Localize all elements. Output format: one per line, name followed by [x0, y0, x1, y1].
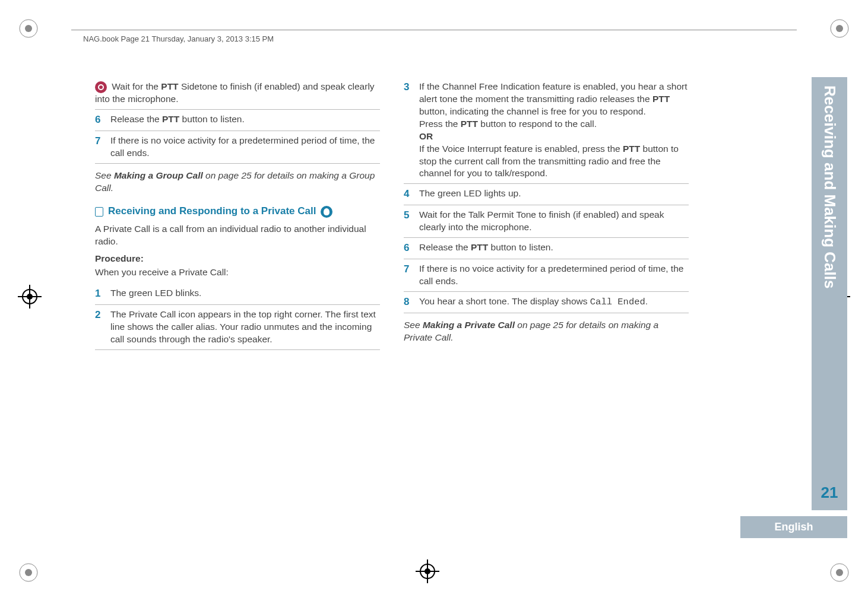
step-number: 3 [404, 81, 413, 180]
see-reference: See Making a Private Call on page 25 for… [404, 319, 689, 344]
registration-mark-icon [829, 18, 850, 39]
section-desc: A Private Call is a call from an individ… [95, 223, 380, 248]
step-row: 7 If there is no voice activity for a pr… [95, 131, 380, 164]
text: Press the [419, 119, 461, 129]
step-text: If the Channel Free Indication feature i… [419, 81, 689, 180]
registration-mark-icon [829, 562, 850, 583]
svg-point-1 [25, 25, 32, 32]
text: Release the [419, 242, 471, 252]
text: Procedure: [95, 253, 144, 263]
document-icon [95, 207, 103, 217]
step-text: Wait for the Talk Permit Tone to finish … [419, 209, 689, 234]
step-number: 2 [95, 309, 104, 346]
text: If the Channel Free Indication feature i… [419, 81, 688, 104]
ptt-label: PTT [471, 242, 488, 252]
page-content: Wait for the PTT Sidetone to finish (if … [95, 77, 689, 355]
crosshair-icon [416, 559, 439, 583]
text: If the Voice Interrupt feature is enable… [419, 144, 623, 154]
text: button to listen. [179, 114, 244, 124]
page-number: 21 [821, 484, 838, 502]
step-row: 4 The green LED lights up. [404, 184, 689, 205]
step-row: 7 If there is no voice activity for a pr… [404, 259, 689, 292]
step-text: The Private Call icon appears in the top… [110, 309, 380, 346]
text: button to listen. [488, 242, 553, 252]
step-row: 1 The green LED blinks. [95, 284, 380, 305]
step-row: 8 You hear a short tone. The display sho… [404, 292, 689, 313]
step-row: 3 If the Channel Free Indication feature… [404, 77, 689, 184]
see-reference: See Making a Group Call on page 25 for d… [95, 170, 380, 195]
svg-point-3 [836, 25, 843, 32]
step-row: 6 Release the PTT button to listen. [404, 238, 689, 259]
ptt-label: PTT [623, 144, 640, 154]
crosshair-icon [18, 285, 42, 309]
svg-point-7 [836, 569, 843, 576]
ptt-label: PTT [162, 114, 179, 124]
step-text: The green LED blinks. [110, 287, 380, 301]
step-number: 1 [95, 287, 104, 301]
svg-point-5 [25, 569, 32, 576]
ptt-label: PTT [652, 94, 670, 104]
side-tab-title: Receiving and Making Calls [821, 85, 839, 288]
ref-title: Making a Private Call [423, 320, 515, 330]
svg-point-11 [27, 294, 33, 300]
ptt-label: PTT [461, 119, 478, 129]
text: See [95, 170, 114, 180]
ptt-circle-icon [95, 81, 107, 93]
heading-text: Receiving and Responding to a Private Ca… [108, 205, 316, 218]
ref-title: Making a Group Call [114, 170, 203, 180]
step-text: If there is no voice activity for a pred… [110, 135, 380, 160]
step-number: 8 [404, 295, 413, 309]
section-heading: Receiving and Responding to a Private Ca… [95, 205, 380, 218]
header-rule [71, 30, 797, 30]
step-number: 7 [95, 135, 104, 160]
private-call-icon [321, 206, 332, 218]
procedure-label: Procedure: [95, 253, 380, 265]
language-label: English [740, 516, 847, 538]
svg-point-19 [425, 568, 430, 574]
step-text: The green LED lights up. [419, 187, 689, 201]
or-label: OR [419, 131, 433, 141]
display-text: Call Ended [590, 297, 645, 307]
text: . [645, 296, 648, 306]
ptt-wait-note: Wait for the PTT Sidetone to finish (if … [95, 77, 380, 110]
text: You hear a short tone. The display shows [419, 296, 590, 306]
text: button, indicating the channel is free f… [419, 106, 646, 116]
step-number: 6 [404, 241, 413, 255]
step-number: 7 [404, 263, 413, 288]
text: See [404, 320, 423, 330]
step-text: If there is no voice activity for a pred… [419, 263, 689, 288]
text: Wait for the [112, 81, 161, 91]
step-row: 6 Release the PTT button to listen. [95, 110, 380, 131]
registration-mark-icon [18, 18, 39, 39]
left-column: Wait for the PTT Sidetone to finish (if … [95, 77, 380, 355]
right-column: 3 If the Channel Free Indication feature… [404, 77, 689, 355]
step-number: 4 [404, 187, 413, 201]
text: Release the [110, 114, 162, 124]
step-number: 5 [404, 209, 413, 234]
step-row: 5 Wait for the Talk Permit Tone to finis… [404, 205, 689, 238]
side-tab: Receiving and Making Calls 21 [812, 77, 847, 510]
procedure-subtext: When you receive a Private Call: [95, 266, 380, 279]
running-head: NAG.book Page 21 Thursday, January 3, 20… [83, 34, 274, 43]
registration-mark-icon [18, 562, 39, 583]
step-number: 6 [95, 113, 104, 127]
ptt-label: PTT [161, 81, 178, 91]
text: button to respond to the call. [478, 119, 597, 129]
step-row: 2 The Private Call icon appears in the t… [95, 305, 380, 350]
